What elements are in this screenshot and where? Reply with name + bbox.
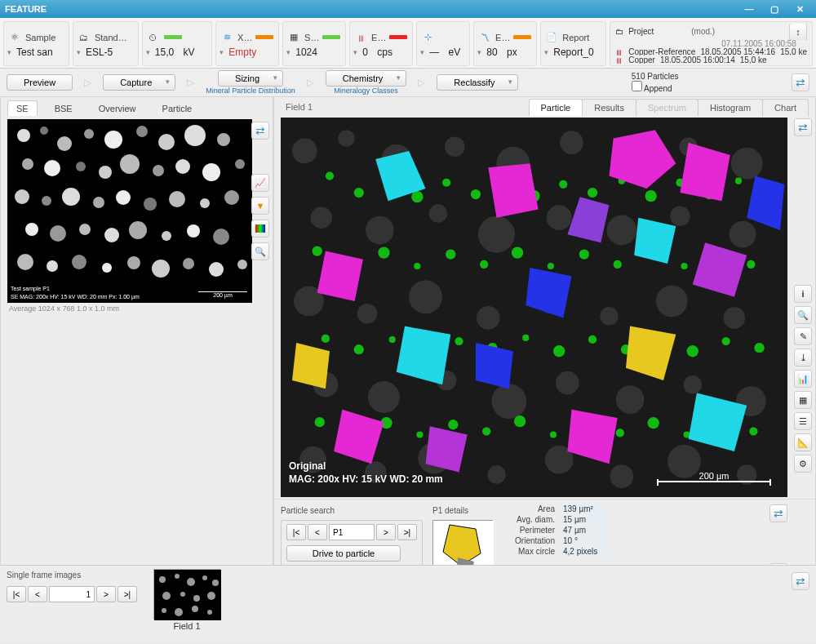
measure-button[interactable]: 📐 <box>794 433 812 451</box>
svg-point-102 <box>735 178 742 184</box>
project-item[interactable]: Copper-Reference <box>628 47 695 56</box>
minimize-button[interactable]: — <box>738 4 761 14</box>
svg-point-175 <box>207 592 215 600</box>
p1-title: P1 details <box>432 504 493 517</box>
chart2-button[interactable]: 📊 <box>794 370 812 388</box>
reclassify-button[interactable]: Reclassify <box>437 74 518 91</box>
layers-button[interactable]: ☰ <box>794 412 812 430</box>
swap-button[interactable]: ⇄ <box>769 504 787 522</box>
spectrum-icon: ⫼ <box>615 56 623 64</box>
swap-button[interactable]: ⇄ <box>794 118 812 136</box>
project-panel: 🗀 Project (mod.) ↕ 07.11.2005 16:00:58 ⫼… <box>610 21 813 66</box>
tab-overview[interactable]: Overview <box>90 100 145 116</box>
chart-tool-button[interactable]: 📈 <box>251 174 269 192</box>
svg-point-131 <box>315 417 325 427</box>
ribbon-unit: px <box>507 47 517 58</box>
drive-to-particle-button[interactable]: Drive to particle <box>286 545 401 562</box>
tab-histogram[interactable]: Histogram <box>698 99 763 116</box>
edit-button[interactable]: ✎ <box>794 327 812 345</box>
project-date: 18.05.2005 15:44:16 <box>700 47 775 56</box>
ribbon-s[interactable]: ▦S… ▾1024 <box>282 21 346 66</box>
preview-button[interactable]: Preview <box>7 74 73 91</box>
svg-point-105 <box>378 246 389 258</box>
palette-tool-button[interactable] <box>251 220 269 238</box>
ribbon-kv[interactable]: ⏲ ▾15,0 kV <box>142 21 212 66</box>
svg-point-28 <box>25 223 38 236</box>
grid-icon: ▦ <box>286 30 301 45</box>
svg-point-99 <box>645 190 656 202</box>
project-expand-button[interactable]: ↕ <box>789 24 807 40</box>
status-indicator <box>164 35 182 39</box>
swap-button[interactable]: ⇄ <box>792 73 809 91</box>
svg-point-57 <box>366 216 394 245</box>
status-indicator <box>513 35 531 39</box>
prev-frame-button[interactable]: < <box>28 586 47 602</box>
zoom-tool-button[interactable]: 🔍 <box>251 242 269 260</box>
tab-particle[interactable]: Particle <box>153 100 202 116</box>
particle-search-title: Particle search <box>281 504 423 517</box>
svg-point-33 <box>162 231 171 241</box>
first-button[interactable]: |< <box>286 524 306 540</box>
ribbon-value: 1024 <box>295 47 317 58</box>
ribbon-x[interactable]: ≋X… ▾Empty <box>215 21 279 66</box>
swap-icon: ⇄ <box>796 575 805 588</box>
info-button[interactable]: i <box>794 285 812 303</box>
project-item[interactable]: Copper <box>628 56 655 64</box>
svg-point-169 <box>187 578 195 586</box>
grid2-button[interactable]: ▦ <box>794 391 812 409</box>
tab-chart[interactable]: Chart <box>762 99 809 116</box>
export-button[interactable]: ⤓ <box>794 349 812 366</box>
particle-properties: Area139 µm² Avg. diam.15 µm Perimeter47 … <box>503 504 609 556</box>
svg-point-168 <box>175 574 180 579</box>
tab-se[interactable]: SE <box>7 100 38 116</box>
first-frame-button[interactable]: |< <box>7 586 26 602</box>
se-overlay-title: Test sample P1 <box>11 286 50 291</box>
zoom-button[interactable]: 🔍 <box>794 306 812 324</box>
ribbon-label: S… <box>304 33 319 42</box>
svg-point-108 <box>480 260 488 269</box>
sizing-button[interactable]: Sizing <box>218 70 283 87</box>
append-input[interactable] <box>632 81 642 91</box>
frame-thumbnail[interactable] <box>153 569 220 620</box>
se-image[interactable]: Test sample P1 SE MAG: 200x HV: 15 kV WD… <box>7 119 252 303</box>
svg-point-88 <box>326 171 334 180</box>
last-button[interactable]: >| <box>397 524 417 540</box>
capture-button[interactable]: Capture <box>103 74 175 91</box>
next-button[interactable]: > <box>376 524 396 540</box>
svg-point-119 <box>389 336 396 343</box>
chemistry-button[interactable]: Chemistry <box>326 70 407 87</box>
svg-point-70 <box>656 286 688 318</box>
svg-point-177 <box>175 608 183 616</box>
svg-point-23 <box>116 190 131 205</box>
last-frame-button[interactable]: >| <box>118 586 137 602</box>
svg-point-52 <box>560 131 583 154</box>
particle-id-input[interactable] <box>329 524 375 540</box>
ribbon-report[interactable]: 📄Report ▾Report_0 <box>540 21 606 66</box>
swap-button[interactable]: ⇄ <box>251 122 269 140</box>
chevron-down-icon: ▾ <box>77 48 81 56</box>
swap-button[interactable]: ⇄ <box>792 572 809 590</box>
next-frame-button[interactable]: > <box>96 586 116 602</box>
svg-point-59 <box>478 216 515 253</box>
ribbon-standard[interactable]: 🗂Stand… ▾ESL-5 <box>73 21 139 66</box>
tab-bse[interactable]: BSE <box>46 100 82 116</box>
frame-index-input[interactable] <box>49 586 95 602</box>
append-checkbox[interactable]: Append <box>632 81 672 93</box>
swap-icon: ⇄ <box>255 124 265 137</box>
prev-button[interactable]: < <box>308 524 327 540</box>
filter-tool-button[interactable]: ▼ <box>251 197 269 215</box>
maximize-button[interactable]: ▢ <box>763 4 786 15</box>
ribbon-sample[interactable]: ⚛Sample ▾Test san <box>3 21 69 66</box>
svg-point-114 <box>681 263 687 269</box>
svg-point-178 <box>192 606 198 612</box>
svg-point-125 <box>588 335 596 344</box>
close-button[interactable]: ✕ <box>788 4 811 15</box>
ribbon-ev[interactable]: ⊹ ▾— eV <box>416 21 470 66</box>
ribbon-e-cps[interactable]: ⫼E… ▾0 cps <box>349 21 413 66</box>
main-image[interactable]: Original MAG: 200x HV: 15 kV WD: 20 mm 2… <box>281 118 787 497</box>
ribbon-e-px[interactable]: 〽E… ▾80 px <box>473 21 537 66</box>
settings-button[interactable]: ⚙ <box>794 455 812 473</box>
svg-point-7 <box>158 134 175 150</box>
tab-results[interactable]: Results <box>582 99 636 116</box>
tab-particle[interactable]: Particle <box>529 99 583 116</box>
